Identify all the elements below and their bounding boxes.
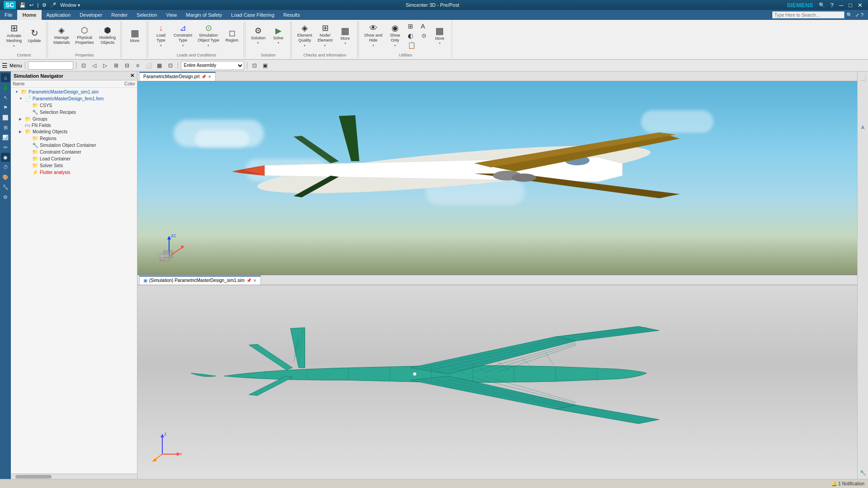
tree-item-groups[interactable]: ▶ 📁 Groups [12, 116, 136, 122]
viewport-top[interactable]: ZC [137, 81, 857, 274]
expand-groups[interactable]: ▶ [19, 117, 24, 121]
tab-pin-icon[interactable]: 📌 [201, 75, 206, 79]
tree-item-fn-fields[interactable]: FN FN Fields [12, 122, 136, 128]
solve-dropdown[interactable]: ▾ [278, 41, 279, 45]
icon-group2[interactable]: ▣ [261, 61, 270, 70]
simulation-object-type-dropdown[interactable]: ▾ [208, 44, 209, 47]
tree-item-modeling[interactable]: ▶ 📁 Modeling Objects [12, 128, 136, 135]
util-btn2[interactable]: ◐ [406, 31, 417, 40]
selection-filter-btn[interactable]: ⊡ [79, 61, 88, 70]
show-only-dropdown[interactable]: ▾ [394, 44, 396, 47]
deselect-btn[interactable]: ⊟ [123, 61, 132, 70]
tree-item-root[interactable]: ▼ 📁 ParametricMasterDesign_sim1.sim [12, 89, 136, 95]
load-type-dropdown[interactable]: ▾ [160, 44, 162, 47]
tree-item-constraint-container[interactable]: 📁 Constraint Container [12, 149, 136, 155]
tab-close-icon[interactable]: ✕ [208, 75, 212, 79]
tree-item-sim-container[interactable]: 🔧 Simulation Object Container [12, 142, 136, 149]
modeling-objects-btn[interactable]: ⬢ Modeling Objects [98, 22, 118, 50]
sidebar-pen-icon[interactable]: ✏ [1, 143, 10, 152]
viewport-bottom[interactable]: Z X [137, 285, 857, 479]
viewport-bottom-tab[interactable]: ▣ (Simulation) ParametricMasterDesign_si… [139, 276, 261, 285]
quick-save[interactable]: 💾 [19, 2, 26, 8]
help-btn[interactable]: ? [829, 2, 835, 9]
navigator-close[interactable]: ✕ [130, 73, 134, 79]
right-icon-bottom[interactable]: 🔧 [859, 468, 868, 477]
menu-view[interactable]: View [162, 10, 182, 20]
show-hide-btn[interactable]: 👁 Show and Hide ▾ [363, 22, 384, 50]
solve-btn[interactable]: ▶ Solve ▾ [269, 22, 288, 50]
tab-bottom-pin[interactable]: 📌 [246, 278, 251, 283]
grid-btn[interactable]: ▦ [155, 61, 164, 70]
minimize-btn[interactable]: ─ [837, 2, 845, 9]
util-btn5[interactable]: ⛭ [419, 31, 429, 40]
menu-margin-safety[interactable]: Margin of Safety [181, 10, 226, 20]
tree-item-solver-sets[interactable]: 📁 Solver Sets [12, 162, 136, 169]
util-btn4[interactable]: A [419, 22, 429, 31]
sidebar-palette-icon[interactable]: 🎨 [1, 173, 10, 182]
view-btn[interactable]: ⬜ [144, 61, 153, 70]
icon-group1[interactable]: ⊡ [250, 61, 259, 70]
activate-meshing-dropdown[interactable]: ▾ [13, 44, 15, 48]
right-icon1[interactable]: ⬜ [859, 73, 868, 82]
more-btn[interactable]: ▦ More [126, 22, 144, 50]
load-type-btn[interactable]: ↓ Load Type ▾ [152, 22, 170, 50]
search-box[interactable]: 🔍 ⤢ ? [772, 11, 864, 19]
assembly-select[interactable]: Entire Assembly [181, 61, 244, 70]
sidebar-flag-icon[interactable]: ⚑ [1, 103, 10, 112]
close-btn[interactable]: ✕ [856, 2, 864, 9]
sidebar-geometry-icon[interactable]: ◉ [1, 153, 10, 162]
physical-properties-btn[interactable]: ⬡ Physical Properties [74, 22, 96, 50]
select-btn[interactable]: ⊞ [112, 61, 121, 70]
search-input[interactable] [772, 11, 844, 19]
simulation-object-type-btn[interactable]: ⊙ Simulation Object Type ▾ [196, 22, 221, 50]
notification-text[interactable]: 🔔 1 Notification [831, 481, 864, 486]
right-icon2[interactable]: ◫ [859, 83, 868, 92]
sidebar-clock-icon[interactable]: ⏱ [1, 163, 10, 172]
constraint-type-btn[interactable]: ⊿ Constraint Type ▾ [172, 22, 194, 50]
expand-btn[interactable]: ⤢ [854, 13, 860, 18]
more-checks-btn[interactable]: ▦ More ▾ [336, 22, 354, 50]
update-btn[interactable]: ↻ Update [25, 22, 43, 50]
tab-bottom-close[interactable]: ✕ [253, 278, 257, 283]
hamburger-icon[interactable]: ☰ [2, 62, 8, 69]
expand-modeling[interactable]: ▶ [19, 130, 24, 134]
filter-btn[interactable]: ≡ [133, 61, 142, 70]
menu-application[interactable]: Application [42, 10, 75, 20]
node-element-btn[interactable]: ⊞ Node/ Element ▾ [316, 22, 335, 50]
util-btn1[interactable]: ⊞ [406, 22, 417, 31]
node-element-dropdown[interactable]: ▾ [324, 44, 326, 47]
menu-results[interactable]: Results [279, 10, 305, 20]
solution-dropdown[interactable]: ▾ [257, 41, 259, 45]
search-btn[interactable]: 🔍 [844, 12, 854, 18]
menu-selection[interactable]: Selection [132, 10, 161, 20]
show-hide-dropdown[interactable]: ▾ [373, 44, 374, 47]
undo-btn[interactable]: ↩ [29, 2, 33, 8]
menu-label[interactable]: Menu [9, 63, 22, 68]
more-checks-dropdown[interactable]: ▾ [344, 42, 346, 45]
sidebar-tools-icon[interactable]: 🔧 [1, 183, 10, 192]
expand-root[interactable]: ▼ [15, 90, 19, 94]
navigator-scrollbar[interactable] [11, 474, 137, 479]
right-icon5[interactable]: ⬡ [859, 113, 868, 122]
menu-render[interactable]: Render [107, 10, 132, 20]
sidebar-table-icon[interactable]: ⊞ [1, 123, 10, 132]
maximize-btn[interactable]: □ [847, 2, 854, 9]
menu-load-case[interactable]: Load Case Filtering [226, 10, 278, 20]
sidebar-chart-icon[interactable]: 📊 [1, 133, 10, 142]
menu-developer[interactable]: Developer [75, 10, 107, 20]
tree-item-regions[interactable]: 📁 Regions [12, 135, 136, 142]
sidebar-box-icon[interactable]: ⬜ [1, 113, 10, 122]
solution-btn[interactable]: ⚙ Solution ▾ [249, 22, 268, 50]
right-icon4[interactable]: ◉ [859, 103, 868, 112]
tree-item-fem[interactable]: ▼ 📄 ParametricMasterDesign_fem1.fem [12, 95, 136, 102]
sidebar-tree-icon[interactable]: 🌲 [1, 83, 10, 92]
region-btn[interactable]: ◻ Region [223, 22, 241, 50]
activate-meshing-btn[interactable]: ⊞ Activate Meshing ▾ [5, 22, 24, 50]
menu-file[interactable]: File [0, 10, 17, 20]
constraint-type-dropdown[interactable]: ▾ [182, 44, 184, 47]
sidebar-gear-icon[interactable]: ⚙ [1, 192, 10, 202]
sidebar-home-icon[interactable]: ⌂ [1, 73, 10, 82]
layout-btn[interactable]: ⊡ [166, 61, 175, 70]
snap-fwd-btn[interactable]: ▷ [101, 61, 110, 70]
element-quality-dropdown[interactable]: ▾ [304, 44, 306, 47]
